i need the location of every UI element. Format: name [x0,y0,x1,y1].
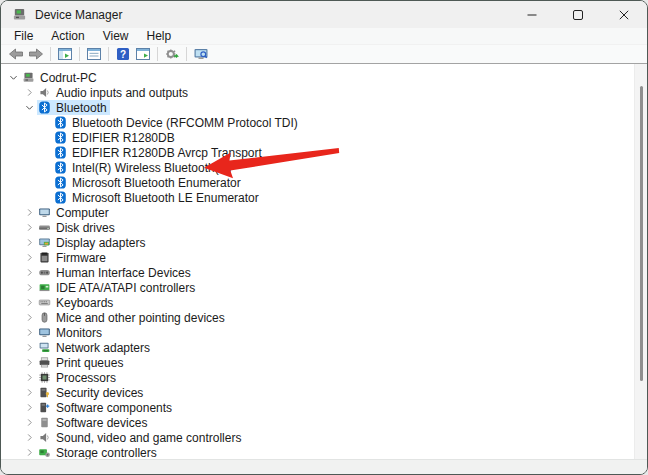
help-button[interactable]: ? [113,46,133,63]
tree-item[interactable]: Display adapters [1,235,647,250]
back-button[interactable] [6,46,26,63]
tree-item-body[interactable]: Intel(R) Wireless Bluetooth(R) [53,160,234,175]
chevron-right-icon[interactable] [21,385,37,400]
tree-item[interactable]: Monitors [1,325,647,340]
tree-item[interactable]: Microsoft Bluetooth Enumerator [1,175,647,190]
tree-item-body[interactable]: EDIFIER R1280DB Avrcp Transport [53,145,265,160]
tree-item[interactable]: Mice and other pointing devices [1,310,647,325]
tree-item-body[interactable]: Monitors [37,325,105,340]
toolbar-separator [157,47,158,61]
tree-item-body[interactable]: Human Interface Devices [37,265,194,280]
tree-item-body[interactable]: IDE ATA/ATAPI controllers [37,280,198,295]
tree-item[interactable]: Microsoft Bluetooth LE Enumerator [1,190,647,205]
tree-item-body[interactable]: Disk drives [37,220,118,235]
audio-icon [37,86,51,100]
maximize-button[interactable] [555,1,601,28]
tree-item-body[interactable]: Storage controllers [37,445,160,459]
chevron-right-icon[interactable] [21,235,37,250]
tree-item-body[interactable]: Computer [37,205,112,220]
chevron-right-icon[interactable] [21,430,37,445]
tree-item[interactable]: Software devices [1,415,647,430]
chevron-right-icon[interactable] [21,340,37,355]
chevron-right-icon[interactable] [21,445,37,459]
chevron-right-icon[interactable] [21,220,37,235]
tree-item-body[interactable]: Bluetooth Device (RFCOMM Protocol TDI) [53,115,301,130]
chevron-right-icon[interactable] [21,265,37,280]
tree-item-body[interactable]: Processors [37,370,119,385]
tree-item[interactable]: EDIFIER R1280DB [1,130,647,145]
menu-view[interactable]: View [94,28,138,44]
tree-item-body[interactable]: EDIFIER R1280DB [53,130,178,145]
tree-item[interactable]: Network adapters [1,340,647,355]
chevron-right-icon[interactable] [21,310,37,325]
tree-item[interactable]: Processors [1,370,647,385]
chevron-right-icon[interactable] [21,85,37,100]
chevron-down-icon[interactable] [21,100,37,115]
tree-item[interactable]: Disk drives [1,220,647,235]
tree-item[interactable]: Intel(R) Wireless Bluetooth(R) [1,160,647,175]
chevron-right-icon[interactable] [21,205,37,220]
tree-item[interactable]: Security devices [1,385,647,400]
chevron-down-icon[interactable] [5,70,21,85]
tree-item-body[interactable]: Software components [37,400,175,415]
tree-item[interactable]: Human Interface Devices [1,265,647,280]
tree-item[interactable]: Computer [1,205,647,220]
scrollbar-thumb[interactable] [640,86,643,381]
bluetooth-icon [53,146,67,160]
tree-item-body[interactable]: Microsoft Bluetooth Enumerator [53,175,244,190]
tree-item[interactable]: Keyboards [1,295,647,310]
tree-item-body[interactable]: Network adapters [37,340,153,355]
scan-hardware-changes-button[interactable] [162,46,182,63]
tree-item[interactable]: Print queues [1,355,647,370]
tree-item-body[interactable]: Display adapters [37,235,148,250]
tree-item-body[interactable]: Security devices [37,385,146,400]
mouse-icon [37,311,51,325]
action-pane-button[interactable] [133,46,153,63]
forward-button[interactable] [26,46,46,63]
chevron-right-icon[interactable] [21,400,37,415]
chevron-right-icon[interactable] [21,295,37,310]
tree-item-body[interactable]: Audio inputs and outputs [37,85,191,100]
menu-file[interactable]: File [5,28,42,44]
tree-item[interactable]: Bluetooth [1,100,647,115]
chevron-right-icon[interactable] [21,325,37,340]
tree-item-label: Firmware [56,251,106,265]
chevron-right-icon[interactable] [21,250,37,265]
menu-help[interactable]: Help [138,28,181,44]
tree-item[interactable]: Bluetooth Device (RFCOMM Protocol TDI) [1,115,647,130]
vertical-scrollbar[interactable] [634,64,647,459]
tree-item-body[interactable]: Print queues [37,355,126,370]
tree-item-body[interactable]: Software devices [37,415,150,430]
chevron-right-icon[interactable] [21,370,37,385]
properties-button[interactable] [84,46,104,63]
maximize-icon [573,10,583,20]
minimize-button[interactable] [509,1,555,28]
tree-item[interactable]: Sound, video and game controllers [1,430,647,445]
tree-item[interactable]: IDE ATA/ATAPI controllers [1,280,647,295]
tree-item-label: Sound, video and game controllers [56,431,241,445]
chevron-right-icon[interactable] [21,415,37,430]
show-hide-console-tree-button[interactable] [55,46,75,63]
tree-item[interactable]: Codrut-PC [1,70,647,85]
tree-item-body[interactable]: Mice and other pointing devices [37,310,228,325]
tree-item[interactable]: EDIFIER R1280DB Avrcp Transport [1,145,647,160]
tree-item-label: EDIFIER R1280DB [72,131,175,145]
chevron-right-icon[interactable] [21,355,37,370]
chevron-right-icon[interactable] [21,280,37,295]
tree-item[interactable]: Storage controllers [1,445,647,459]
tree-item[interactable]: Firmware [1,250,647,265]
search-computers-button[interactable] [191,46,211,63]
tree-item[interactable]: Software components [1,400,647,415]
tree-item-body[interactable]: Sound, video and game controllers [37,430,244,445]
tree-item-body[interactable]: Microsoft Bluetooth LE Enumerator [53,190,262,205]
tree-item-body[interactable]: Keyboards [37,295,116,310]
tree-item-body[interactable]: Bluetooth [37,100,110,115]
menu-action[interactable]: Action [42,28,93,44]
tree-item-body[interactable]: Codrut-PC [21,70,100,85]
tree-item-label: Security devices [56,386,143,400]
tree-item-body[interactable]: Firmware [37,250,109,265]
tree-item[interactable]: Audio inputs and outputs [1,85,647,100]
close-button[interactable] [601,1,647,28]
properties-window-icon [86,46,102,62]
tree-item-label: EDIFIER R1280DB Avrcp Transport [72,146,262,160]
